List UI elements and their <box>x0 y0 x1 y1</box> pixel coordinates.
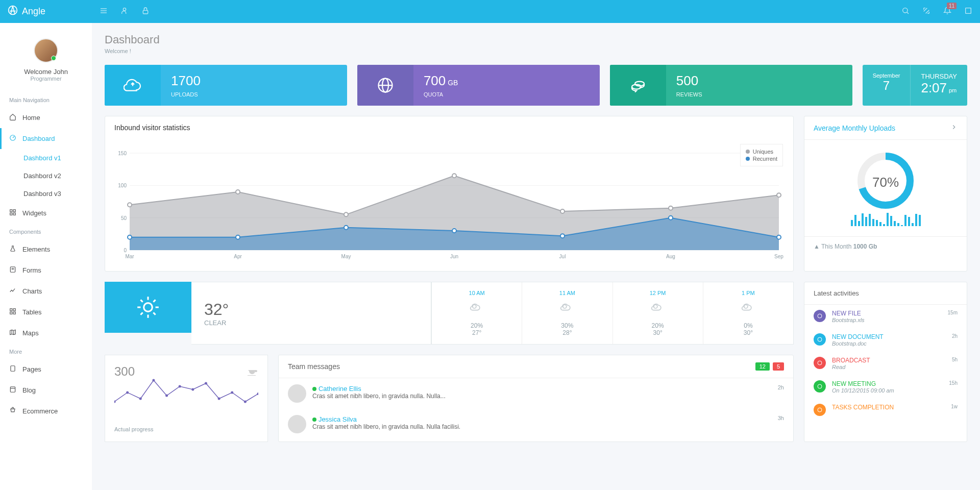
avatar <box>288 415 306 433</box>
svg-point-47 <box>344 226 348 230</box>
svg-text:Jul: Jul <box>559 254 566 259</box>
nav-forms[interactable]: Forms <box>0 260 92 281</box>
svg-point-56 <box>563 305 567 308</box>
chart-legend: Uniques Recurrent <box>740 144 783 166</box>
nav-elements[interactable]: Elements <box>0 239 92 260</box>
badge-green: 12 <box>755 362 770 371</box>
svg-point-4 <box>123 8 126 11</box>
svg-point-67 <box>218 398 220 400</box>
chat-icon <box>610 65 666 106</box>
nav-maps[interactable]: Maps <box>0 323 92 344</box>
nav-tables[interactable]: Tables <box>0 302 92 323</box>
user-icon[interactable] <box>120 7 129 16</box>
svg-text:Mar: Mar <box>125 254 134 259</box>
mini-bar-chart <box>804 211 967 226</box>
welcome-text: Welcome John <box>0 68 92 76</box>
weather-card: 32° CLEAR <box>105 282 431 345</box>
forecast-row: 10 AM 20%27° 11 AM 30%28° 12 PM 20%30° 1… <box>431 282 794 345</box>
topbar-right-icons: 11 <box>901 7 972 16</box>
chevron-right-icon[interactable] <box>950 124 958 132</box>
svg-text:100: 100 <box>118 183 127 188</box>
progress-label: Actual progress <box>114 426 258 432</box>
nav-pages[interactable]: Pages <box>0 359 92 380</box>
activity-item[interactable]: NEW FILE Bootstrap.xls 15m <box>804 305 967 328</box>
svg-point-75 <box>818 408 822 412</box>
note-icon <box>9 266 16 275</box>
activity-icon <box>814 333 826 346</box>
svg-point-68 <box>231 391 233 394</box>
avatar[interactable] <box>34 38 58 63</box>
nav-blog[interactable]: Blog <box>0 380 92 401</box>
svg-rect-17 <box>10 312 12 314</box>
date-month: September <box>873 72 900 79</box>
forecast-item: 10 AM 20%27° <box>432 282 522 344</box>
svg-point-50 <box>669 216 673 220</box>
activity-item[interactable]: NEW DOCUMENT Bootstrap.doc 2h <box>804 328 967 352</box>
home-icon <box>9 113 16 122</box>
activity-icon <box>814 380 826 393</box>
stat-quota[interactable]: 700 GB QUOTA <box>357 65 600 106</box>
date-ampm: pm <box>949 87 957 93</box>
badge-red: 5 <box>773 362 784 371</box>
activity-item[interactable]: BROADCAST Read 5h <box>804 352 967 375</box>
activity-item[interactable]: TASKS COMPLETION 1w <box>804 399 967 421</box>
svg-point-6 <box>903 8 908 13</box>
svg-point-48 <box>452 229 456 233</box>
svg-point-43 <box>669 206 673 210</box>
flask-icon <box>9 245 16 254</box>
nav-section-more: More <box>0 344 92 359</box>
grid-icon <box>9 209 16 217</box>
svg-point-60 <box>126 391 129 394</box>
nav-charts[interactable]: Charts <box>0 281 92 302</box>
stat-reviews[interactable]: 500 REVIEWS <box>610 65 852 106</box>
stat-label: REVIEWS <box>676 91 702 97</box>
svg-point-69 <box>244 401 247 403</box>
svg-point-45 <box>128 235 132 239</box>
avatar <box>288 384 306 403</box>
svg-rect-11 <box>13 210 15 212</box>
svg-rect-16 <box>13 309 15 311</box>
svg-point-73 <box>818 361 822 365</box>
message-item[interactable]: Catherine Ellis Cras sit amet nibh liber… <box>279 378 793 409</box>
donut-value: 70% <box>804 175 967 190</box>
svg-point-71 <box>818 314 822 318</box>
date-time: 2:07 <box>921 80 947 95</box>
message-item[interactable]: Jessica Silva Cras sit amet nibh libero,… <box>279 409 793 439</box>
svg-point-58 <box>744 305 748 308</box>
nav-widgets[interactable]: Widgets <box>0 203 92 224</box>
stat-uploads[interactable]: 1700 UPLOADS <box>105 65 347 106</box>
doc-icon <box>9 365 16 374</box>
svg-text:150: 150 <box>118 151 127 156</box>
speedometer-icon <box>9 134 16 143</box>
svg-rect-8 <box>966 8 971 14</box>
date-day: 7 <box>873 79 900 93</box>
messages-title: Team messages <box>288 362 340 371</box>
svg-point-57 <box>653 305 657 308</box>
activity-item[interactable]: NEW MEETING On 10/12/2015 09:00 am 15h <box>804 375 967 399</box>
book-icon <box>9 386 16 395</box>
nav-ecommerce[interactable]: Ecommerce <box>0 401 92 422</box>
grid-icon[interactable] <box>964 7 972 16</box>
nav-dashboard-v2[interactable]: Dashbord v2 <box>0 167 92 185</box>
nav-dashboard-v1[interactable]: Dashbord v1 <box>0 149 92 167</box>
visitor-chart-panel: Inbound visitor statistics 050100150MarA… <box>105 116 794 272</box>
svg-rect-20 <box>10 387 15 393</box>
weather-condition: CLEAR <box>204 319 229 327</box>
search-icon[interactable] <box>901 7 910 16</box>
lock-icon[interactable] <box>141 7 150 16</box>
nav-dashboard[interactable]: Dashboard <box>0 128 92 149</box>
notification-icon[interactable]: 11 <box>943 7 951 16</box>
svg-point-39 <box>236 190 240 194</box>
page-subtitle: Welcome ! <box>105 48 131 54</box>
svg-text:0: 0 <box>124 248 127 253</box>
fullscreen-icon[interactable] <box>922 7 930 16</box>
menu-toggle-icon[interactable] <box>100 7 108 16</box>
stat-label: UPLOADS <box>171 91 201 97</box>
forecast-item: 12 PM 20%30° <box>612 282 703 344</box>
brand[interactable]: Angle <box>8 5 89 18</box>
nav-home[interactable]: Home <box>0 107 92 128</box>
svg-rect-18 <box>13 312 15 314</box>
activity-icon <box>814 310 826 322</box>
nav-dashboard-v3[interactable]: Dashbord v3 <box>0 185 92 203</box>
svg-text:Aug: Aug <box>666 254 675 259</box>
